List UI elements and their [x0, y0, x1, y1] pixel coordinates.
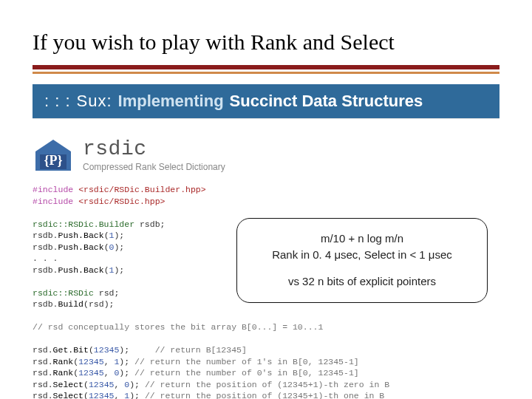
code-text: ); [114, 265, 124, 275]
code-text: rsdb. [33, 231, 58, 240]
code-namespace: rsdic:: [33, 288, 68, 298]
code-fn: Rank [53, 357, 74, 366]
code-text: ); [129, 391, 145, 399]
code-num: 12345 [94, 345, 120, 355]
slide: If you wish to play with Rank and Select… [0, 0, 532, 399]
code-text: ); [119, 357, 134, 366]
code-text: ( [83, 380, 89, 389]
code-text: ( [83, 391, 89, 399]
callout-line1: m/10 + n log m/n [250, 231, 474, 247]
code-text: rsdb. [33, 265, 58, 275]
code-text: rsdb. [33, 242, 58, 252]
code-text: rsd. [33, 380, 53, 389]
code-include-path: <rsdic/RSDic.hpp> [78, 197, 165, 206]
code-text: rsdb; [134, 219, 165, 229]
rsdic-title: rsdic [83, 137, 225, 160]
code-text: rsd. [33, 368, 53, 378]
code-text: , [114, 391, 124, 399]
code-fn: Push.Back [58, 242, 104, 252]
code-num: 12345 [89, 391, 115, 399]
callout-bubble: m/10 + n log m/n Rank in 0. 4 μsec, Sele… [236, 218, 488, 303]
page-title: If you wish to play with Rank and Select [0, 30, 532, 61]
code-fn: Build [58, 299, 84, 309]
code-class: RSDic [68, 288, 94, 298]
code-text: , [104, 368, 115, 378]
rsdic-text: rsdic Compressed Rank Select Dictionary [83, 137, 225, 172]
code-comment: // return B[12345] [155, 345, 247, 355]
code-comment: // return the number of 0's in B[0, 1234… [134, 368, 359, 378]
code-text: ); [119, 345, 154, 355]
code-text: , [114, 380, 124, 389]
code-text: rsd. [33, 391, 53, 399]
code-text: ( [104, 242, 109, 252]
code-text: (rsd); [83, 299, 114, 309]
code-comment: // return the number of 1's in B[0, 1234… [134, 357, 359, 366]
rsdic-subtitle: Compressed Rank Select Dictionary [83, 162, 225, 172]
callout-line3: vs 32 n bits of explicit pointers [250, 273, 474, 290]
code-text: ); [114, 242, 124, 252]
divider-thin [33, 72, 499, 74]
code-fn: Get.Bit [53, 345, 89, 355]
code-namespace: rsdic:: [33, 219, 68, 229]
code-text: ); [114, 231, 124, 240]
code-fn: Push.Back [58, 265, 104, 275]
callout-line2: Rank in 0. 4 μsec, Select in < 1 μsec [250, 247, 474, 263]
code-text: rsdb. [33, 299, 58, 309]
code-text: ( [104, 265, 109, 275]
sux-prefix: : : : [44, 92, 71, 111]
sux-banner: : : : Sux: Implementing Succinct Data St… [33, 84, 499, 119]
code-text: . . . [33, 253, 58, 263]
code-class: RSDic.Builder [68, 219, 134, 229]
code-text: ); [129, 380, 145, 389]
code-fn: Select [53, 380, 83, 389]
code-text: rsd; [94, 288, 120, 298]
code-include-path: <rsdic/RSDic.Builder.hpp> [78, 185, 206, 194]
code-keyword: #include [33, 197, 73, 206]
callout-spacer [250, 263, 474, 273]
code-comment: // rsd conceptually stores the bit array… [33, 322, 323, 332]
code-fn: Select [53, 391, 83, 399]
code-text: , [104, 357, 115, 366]
sux-tag1: Implementing [118, 92, 224, 111]
sux-tag2: Succinct Data Structures [230, 92, 423, 111]
code-num: 12345 [78, 368, 104, 378]
code-text: rsd. [33, 357, 53, 366]
code-keyword: #include [33, 185, 73, 194]
code-text: ( [104, 231, 109, 240]
code-fn: Push.Back [58, 231, 104, 240]
code-comment: // return the position of (12345+1)-th z… [145, 380, 389, 389]
code-text: rsd. [33, 345, 53, 355]
divider-thick [33, 65, 499, 69]
sux-name: Sux: [77, 92, 112, 111]
code-fn: Rank [53, 368, 74, 378]
rsdic-header: {P} rsdic Compressed Rank Select Diction… [33, 135, 499, 174]
code-text: ( [89, 345, 94, 355]
svg-text:{P}: {P} [44, 153, 62, 168]
code-num: 12345 [78, 357, 104, 366]
code-text: ); [119, 368, 134, 378]
rsdic-logo-icon: {P} [33, 135, 74, 174]
code-comment: // return the position of (12345+1)-th o… [145, 391, 384, 399]
code-num: 12345 [89, 380, 115, 389]
